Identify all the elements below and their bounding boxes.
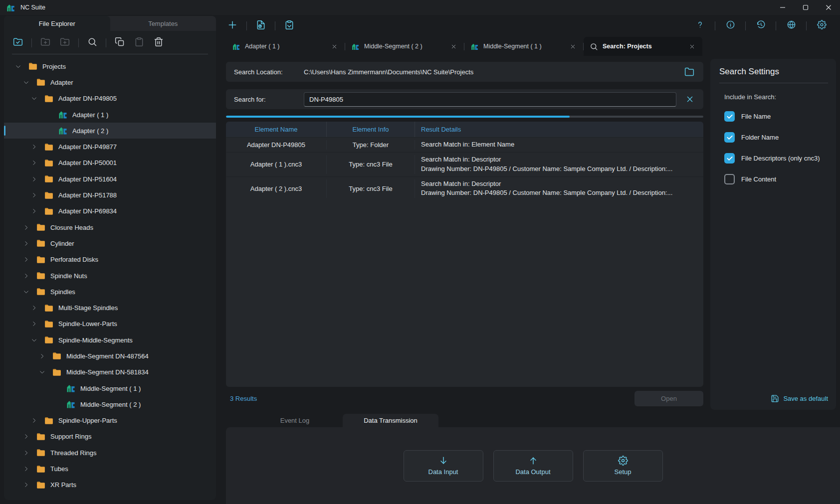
tree-item[interactable]: Adapter DN-P51604 — [4, 171, 216, 187]
chevron-right-icon[interactable] — [23, 256, 36, 263]
setup-button[interactable]: Setup — [583, 450, 663, 482]
folder-icon — [44, 142, 54, 152]
tree-item[interactable]: Spindle-Middle-Segments — [4, 332, 216, 348]
tree-item[interactable]: Spindle-Upper-Parts — [4, 413, 216, 429]
checkbox-checked-icon[interactable] — [724, 132, 735, 143]
copy-button[interactable] — [114, 37, 126, 49]
checkbox-checked-icon[interactable] — [724, 153, 735, 164]
tree-item[interactable]: Spindles — [4, 284, 216, 300]
chevron-right-icon[interactable] — [23, 273, 36, 279]
tree-item[interactable]: Threaded Rings — [4, 445, 216, 461]
chevron-right-icon[interactable] — [23, 240, 36, 247]
result-row[interactable]: Adapter DN-P49805Type: FolderSearch Matc… — [226, 137, 703, 152]
save-all-icon — [284, 20, 294, 32]
help-button[interactable] — [693, 19, 706, 32]
tab-adapter-1[interactable]: Adapter ( 1 ) — [226, 37, 345, 56]
chevron-right-icon[interactable] — [31, 192, 44, 198]
tree-item[interactable]: Spindle-Lower-Parts — [4, 316, 216, 332]
chevron-down-icon[interactable] — [31, 95, 44, 102]
search-option-folder-name[interactable]: Folder Name — [719, 132, 828, 143]
chevron-right-icon[interactable] — [31, 144, 44, 150]
search-option-file-descriptors-only-cnc3[interactable]: File Descriptors (only cnc3) — [719, 153, 828, 164]
chevron-right-icon[interactable] — [31, 417, 44, 424]
chevron-right-icon[interactable] — [23, 433, 36, 440]
save-all-button[interactable] — [283, 19, 296, 32]
chevron-down-icon[interactable] — [15, 63, 28, 70]
sidebar-tab-templates[interactable]: Templates — [110, 16, 216, 31]
tree-item[interactable]: Multi-Stage Spindles — [4, 300, 216, 316]
chevron-down-icon[interactable] — [31, 337, 44, 343]
data-output-button[interactable]: Data Output — [493, 450, 573, 482]
clear-search-button[interactable] — [684, 94, 695, 105]
bottom-tab-event-log[interactable]: Event Log — [247, 414, 343, 427]
tree-item[interactable]: Adapter — [4, 74, 216, 90]
tab-middle-segment-2[interactable]: Middle-Segment ( 2 ) — [345, 37, 464, 56]
tab-close-icon[interactable] — [330, 42, 339, 51]
chevron-down-icon[interactable] — [23, 289, 36, 295]
tree-item[interactable]: Middle-Segment ( 1 ) — [4, 380, 216, 396]
tree-item[interactable]: Support Rings — [4, 429, 216, 445]
tree-item[interactable]: Perforated Disks — [4, 252, 216, 268]
tab-close-icon[interactable] — [687, 42, 696, 51]
search-button[interactable] — [86, 37, 98, 49]
language-button[interactable] — [785, 19, 798, 32]
save-as-default-button[interactable]: Save as default — [719, 394, 828, 403]
checkbox-unchecked-icon[interactable] — [724, 174, 735, 184]
bottom-tab-data-transmission[interactable]: Data Transmission — [343, 414, 438, 427]
tree-item[interactable]: Adapter DN-P49877 — [4, 139, 216, 155]
result-row[interactable]: Adapter ( 2 ).cnc3Type: cnc3 FileSearch … — [226, 176, 703, 201]
tree-item[interactable]: Adapter DN-P51788 — [4, 187, 216, 203]
open-result-button[interactable]: Open — [634, 391, 703, 406]
app-settings-button[interactable] — [815, 19, 828, 32]
result-row[interactable]: Adapter ( 1 ).cnc3Type: cnc3 FileSearch … — [226, 152, 703, 176]
chevron-right-icon[interactable] — [31, 208, 44, 214]
tree-item[interactable]: Adapter DN-P50001 — [4, 155, 216, 171]
tab-close-icon[interactable] — [568, 42, 577, 51]
chevron-right-icon[interactable] — [23, 224, 36, 231]
close-button[interactable] — [817, 0, 840, 15]
tab-close-icon[interactable] — [449, 42, 458, 51]
maximize-button[interactable] — [794, 0, 817, 15]
delete-button[interactable] — [153, 37, 165, 49]
confirm-folder-button[interactable] — [12, 37, 24, 49]
chevron-right-icon[interactable] — [23, 482, 36, 488]
search-option-file-name[interactable]: File Name — [719, 111, 828, 122]
info-button[interactable] — [724, 19, 737, 32]
chevron-right-icon[interactable] — [23, 450, 36, 456]
checkbox-checked-icon[interactable] — [724, 111, 735, 122]
tree-item[interactable]: Middle-Segment DN-487564 — [4, 348, 216, 364]
sidebar-tab-file-explorer[interactable]: File Explorer — [4, 16, 110, 31]
chevron-right-icon[interactable] — [31, 321, 44, 327]
browse-folder-button[interactable] — [683, 66, 695, 78]
tree-item[interactable]: Adapter DN-P69834 — [4, 203, 216, 219]
chevron-right-icon[interactable] — [31, 305, 44, 311]
tree-item[interactable]: Adapter ( 2 ) — [4, 123, 216, 139]
tab-search-projects[interactable]: Search: Projects — [584, 37, 702, 56]
chevron-down-icon[interactable] — [23, 79, 36, 86]
tree-item[interactable]: Closure Heads — [4, 219, 216, 235]
chevron-right-icon[interactable] — [31, 160, 44, 166]
tree-item-label: Multi-Stage Spindles — [58, 304, 118, 312]
chevron-right-icon[interactable] — [31, 176, 44, 182]
tree-item[interactable]: Adapter ( 1 ) — [4, 107, 216, 123]
tree-item[interactable]: Projects — [4, 58, 216, 74]
tree-item[interactable]: Adapter DN-P49805 — [4, 91, 216, 107]
history-button[interactable] — [754, 19, 767, 32]
search-option-file-content[interactable]: File Content — [719, 174, 828, 184]
tree-item[interactable]: XR Parts — [4, 477, 216, 493]
tree-item[interactable]: Cylinder — [4, 235, 216, 251]
tree-item[interactable]: Middle-Segment DN-581834 — [4, 364, 216, 380]
tab-middle-segment-1[interactable]: Middle-Segment ( 1 ) — [464, 37, 583, 56]
chevron-right-icon[interactable] — [39, 353, 52, 359]
data-input-button[interactable]: Data Input — [404, 450, 483, 482]
new-tab-button[interactable] — [226, 19, 239, 32]
minimize-button[interactable] — [771, 0, 794, 15]
chevron-down-icon[interactable] — [39, 369, 52, 375]
search-input[interactable] — [304, 92, 676, 107]
tree-item[interactable]: Middle-Segment ( 2 ) — [4, 396, 216, 412]
chevron-right-icon[interactable] — [23, 466, 36, 472]
tree-item[interactable]: Tubes — [4, 461, 216, 477]
open-file-button[interactable] — [254, 19, 267, 32]
tree-item[interactable]: Spindle Nuts — [4, 268, 216, 284]
folder-icon — [36, 255, 46, 265]
